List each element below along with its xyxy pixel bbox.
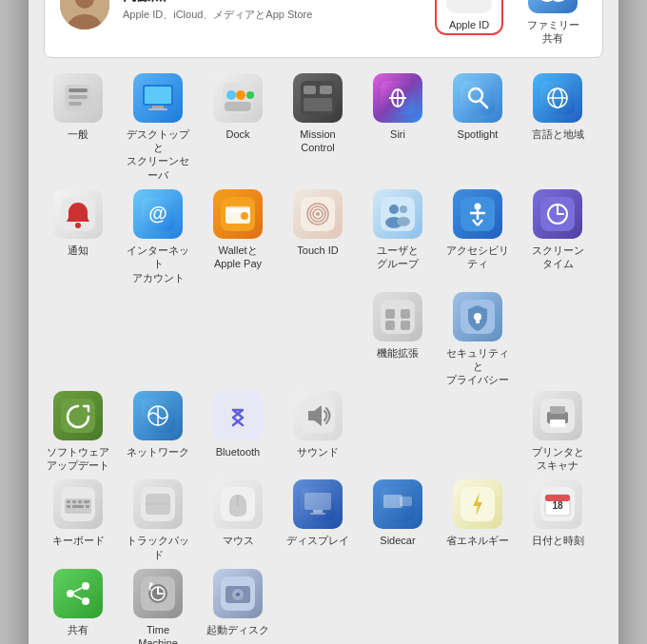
profile-subtitle: Apple ID、iCloud、メディアとApp Store [123,8,312,22]
sound-icon [293,391,343,440]
pref-grid-row4: キーボード トラックパッド マウス ディスプレイ [44,479,603,561]
svg-text:@: @ [148,203,167,224]
pref-family[interactable]: ファミリー共有 [519,0,587,46]
language-icon [533,73,582,123]
svg-point-108 [67,590,74,597]
svg-rect-86 [78,500,82,503]
pref-trackpad[interactable]: トラックパッド [124,479,192,561]
pref-printer[interactable]: プリンタとスキャナ [523,391,592,473]
software-label: ソフトウェアアップデート [47,445,109,473]
family-icon [528,0,578,13]
pref-startup[interactable]: 起動ディスク [204,569,272,644]
pref-language[interactable]: 言語と地域 [523,73,592,182]
pref-grid-row3: 機能拡張 セキュリティとプライバシー ソフトウェアアップデート [44,292,603,472]
security-icon [453,292,502,342]
pref-security[interactable]: セキュリティとプライバシー [443,292,512,387]
pref-touchid[interactable]: Touch ID [284,189,352,284]
svg-point-47 [316,212,320,216]
profile-name: 内藤勲 [123,0,312,5]
dock-label: Dock [225,127,249,141]
svg-point-5 [539,0,555,2]
pref-energy[interactable]: 省エネルギー [443,479,512,561]
pref-grid-row1: 一般 デスクトップとスクリーンセーバ Dock Mi [44,73,603,182]
svg-rect-87 [84,500,89,503]
bluetooth-label: Bluetooth [216,445,260,459]
svg-rect-41 [225,206,250,212]
security-label: セキュリティとプライバシー [443,346,512,387]
svg-rect-66 [385,321,395,330]
pref-software[interactable]: ソフトウェアアップデート [44,391,112,473]
svg-rect-70 [476,319,480,323]
pref-network[interactable]: ネットワーク [124,391,192,473]
pref-notification[interactable]: 通知 [44,189,112,284]
timemachine-icon [133,569,183,618]
pref-extensions[interactable]: 機能拡張 [363,292,432,387]
pref-siri[interactable]: Siri [363,73,432,182]
sharing-icon [53,569,103,618]
timemachine-label: TimeMachine [138,623,178,644]
pref-internet[interactable]: @ インターネットアカウント [124,189,192,284]
pref-apple-id[interactable]:  Apple ID [435,0,503,35]
pref-timemachine[interactable]: TimeMachine [124,569,192,644]
pref-sound[interactable]: サウンド [284,391,352,473]
system-preferences-window: ‹ › システム環境設定 ⌕ [29,0,618,644]
svg-point-52 [397,217,410,226]
touchid-icon [293,189,343,239]
pref-users[interactable]: ユーザとグループ [363,189,432,284]
pref-dock[interactable]: Dock [204,73,272,182]
network-label: ネットワーク [127,445,189,459]
energy-icon [453,479,502,529]
svg-rect-23 [304,98,332,111]
pref-spotlight[interactable]: Spotlight [443,73,512,182]
svg-rect-13 [152,106,164,108]
mouse-icon [213,479,263,529]
family-label: ファミリー共有 [527,18,579,46]
svg-rect-9 [69,95,88,99]
pref-screentime[interactable]: スクリーンタイム [523,189,592,284]
svg-point-17 [226,90,236,100]
mouse-label: マウス [223,534,254,547]
svg-rect-99 [310,513,325,515]
keyboard-icon [53,479,103,529]
startup-label: 起動ディスク [206,623,269,636]
pref-bluetooth[interactable]: Bluetooth [204,391,272,473]
pref-sharing[interactable]: 共有 [44,569,112,644]
pref-mouse[interactable]: マウス [204,479,272,561]
pref-desktop[interactable]: デスクトップとスクリーンセーバ [124,73,192,182]
pref-mission[interactable]: MissionControl [284,73,352,182]
display-label: ディスプレイ [286,534,349,547]
pref-sidecar[interactable]: Sidecar [363,479,432,561]
display-icon [293,479,343,529]
notification-icon [53,189,103,239]
pref-general[interactable]: 一般 [44,73,112,182]
svg-point-109 [82,582,89,590]
svg-rect-65 [401,309,410,319]
language-label: 言語と地域 [532,127,584,141]
profile-right-icons:  Apple ID ファミリー共有 [435,0,587,46]
svg-rect-81 [550,420,565,427]
pref-display[interactable]: ディスプレイ [284,479,352,561]
mission-label: MissionControl [300,127,335,155]
svg-point-6 [551,0,566,2]
accessibility-label: アクセシビリティ [443,244,512,271]
startup-icon [213,569,263,618]
sidecar-icon [373,479,422,529]
general-icon [53,73,103,123]
svg-rect-12 [145,87,171,104]
general-label: 一般 [68,127,88,141]
screentime-label: スクリーンタイム [532,244,584,271]
pref-wallet[interactable]: WalletとApple Pay [204,189,272,284]
svg-point-42 [241,212,248,220]
svg-rect-22 [320,86,332,94]
screentime-icon [533,189,582,239]
svg-rect-97 [304,493,331,510]
svg-rect-84 [67,500,70,503]
svg-rect-14 [148,108,167,110]
pref-keyboard[interactable]: キーボード [44,479,112,561]
svg-line-111 [74,588,82,592]
network-icon [133,391,183,440]
pref-datetime[interactable]: 18 日付と時刻 [523,479,592,561]
pref-accessibility[interactable]: アクセシビリティ [443,189,512,284]
dock-icon [213,73,263,123]
wallet-icon [213,189,263,239]
